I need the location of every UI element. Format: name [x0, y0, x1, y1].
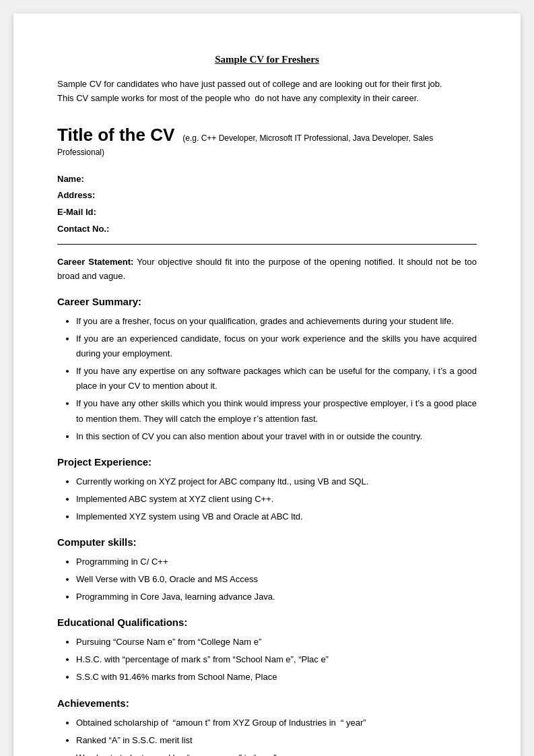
computer-skills-list: Programming in C/ C++ Well Verse with VB… [57, 555, 477, 604]
list-item: H.S.C. with “percentage of mark s” from … [76, 652, 477, 667]
cv-title-heading: Title of the CV [57, 125, 174, 145]
achievements-list: Obtained scholarship of “amoun t” from X… [57, 716, 477, 756]
educational-qualifications-list: Pursuing “Course Nam e” from “College Na… [57, 635, 477, 685]
address-label: Address: [57, 187, 477, 204]
name-label: Name: [57, 171, 477, 188]
achievements-section: Achievements: Obtained scholarship of “a… [57, 697, 477, 756]
contact-label: Contact No.: [57, 221, 477, 238]
list-item: S.S.C with 91.46% marks from School Name… [76, 670, 477, 685]
educational-qualifications-heading: Educational Qualifications: [57, 617, 477, 628]
divider [57, 244, 477, 245]
career-statement-section: Career Statement: Your objective should … [57, 255, 477, 284]
list-item: If you have any other skills which you t… [76, 396, 477, 426]
project-experience-list: Currently working on XYZ project for ABC… [57, 474, 477, 524]
career-summary-heading: Career Summary: [57, 296, 477, 307]
career-statement-label: Career Statement: [57, 257, 133, 267]
list-item: Obtained scholarship of “amoun t” from X… [76, 716, 477, 730]
project-experience-section: Project Experience: Currently working on… [57, 456, 477, 524]
achievements-heading: Achievements: [57, 697, 477, 709]
list-item: Programming in C/ C++ [76, 555, 477, 569]
list-item: If you have any expertise on any softwar… [76, 364, 477, 393]
project-experience-heading: Project Experience: [57, 456, 477, 468]
list-item: Ranked “A” in S.S.C. merit list [76, 733, 477, 748]
cv-title-section: Title of the CV (e.g. C++ Developer, Mic… [57, 125, 477, 158]
list-item: Pursuing “Course Nam e” from “College Na… [76, 635, 477, 650]
list-item: Currently working on XYZ project for ABC… [76, 474, 477, 489]
list-item: Well Verse with VB 6.0, Oracle and MS Ac… [76, 572, 477, 587]
page-title: Sample CV for Freshers [57, 54, 477, 65]
list-item: Won best student award by “group nam e” … [76, 751, 477, 756]
list-item: If you are an experienced candidate, foc… [76, 332, 477, 361]
career-summary-list: If you are a fresher, focus on your qual… [57, 314, 477, 444]
educational-qualifications-section: Educational Qualifications: Pursuing “Co… [57, 617, 477, 685]
intro-text: Sample CV for candidates who have just p… [57, 77, 477, 106]
computer-skills-section: Computer skills: Programming in C/ C++ W… [57, 536, 477, 604]
email-label: E-Mail Id: [57, 204, 477, 221]
list-item: Programming in Core Java, learning advan… [76, 590, 477, 604]
list-item: Implemented ABC system at XYZ client usi… [76, 492, 477, 507]
career-summary-section: Career Summary: If you are a fresher, fo… [57, 296, 477, 444]
career-statement-text: Career Statement: Your objective should … [57, 255, 477, 284]
cv-page: Sample CV for Freshers Sample CV for can… [13, 13, 521, 756]
computer-skills-heading: Computer skills: [57, 536, 477, 548]
list-item: If you are a fresher, focus on your qual… [76, 314, 477, 329]
list-item: Implemented XYZ system using VB and Orac… [76, 509, 477, 524]
personal-info: Name: Address: E-Mail Id: Contact No.: [57, 171, 477, 238]
list-item: In this section of CV you can also menti… [76, 429, 477, 444]
